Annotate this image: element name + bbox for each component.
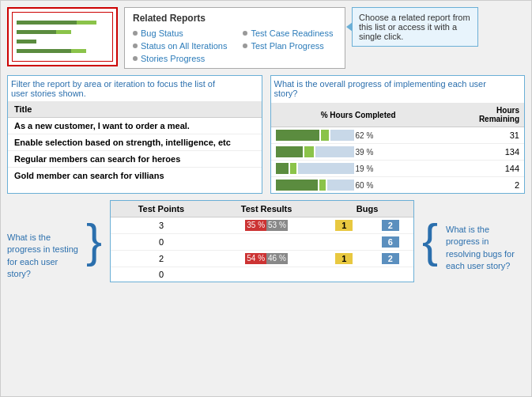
rr-col-1: Bug Status Status on All Iterations Stor… — [133, 28, 227, 63]
brace-left: } — [86, 217, 102, 265]
left-panel-callout: Filter the report by area or iteration t… — [8, 76, 229, 101]
bug-yellow-3: 1 — [335, 253, 353, 264]
rr-bullet-5 — [243, 43, 247, 48]
bug-blue-2: 6 — [382, 236, 399, 248]
pbar-gray-4 — [327, 180, 354, 191]
test-table: Test Points Test Results Bugs 3 35 %53 %… — [111, 201, 413, 282]
test-results-2 — [212, 234, 321, 251]
related-reports-callout: Choose a related report from this list o… — [352, 7, 478, 47]
stories-table: Title As a new customer, I want to order… — [8, 101, 262, 183]
pbar-green-4 — [276, 180, 318, 191]
right-panel-callout: What is the overall progress of implemen… — [271, 76, 492, 103]
pbar-container-3: 19 % — [276, 163, 441, 174]
story-1: As a new customer, I want to order a mea… — [8, 118, 262, 134]
pbar-label-3: 19 % — [356, 164, 378, 173]
pbar-lime-4 — [319, 180, 326, 191]
right-panel: What is the overall progress of implemen… — [270, 75, 526, 194]
rr-columns: Bug Status Status on All Iterations Stor… — [133, 28, 337, 63]
progress-table: % Hours Completed Hours Remaining 62 % — [271, 103, 525, 193]
progress-header-hours: Hours Remaining — [446, 103, 524, 127]
test-bug-b2-2: 6 — [368, 234, 413, 251]
pbar-container-1: 62 % — [276, 130, 441, 141]
related-reports-title: Related Reports — [133, 13, 337, 24]
test-results-1: 35 %53 % — [212, 217, 321, 234]
bug-blue-3: 2 — [382, 253, 399, 264]
pbar-gray-2 — [315, 146, 354, 157]
rr-case-readiness[interactable]: Test Case Readiness — [243, 28, 333, 38]
pbar-gray-3 — [298, 163, 354, 174]
test-points-1: 3 — [111, 217, 212, 234]
story-3: Regular members can search for heroes — [8, 151, 262, 168]
test-bug-b1-4 — [321, 267, 367, 282]
test-results-4 — [212, 267, 321, 282]
test-bug-b1-3: 1 — [321, 251, 367, 267]
pbar-green-1 — [276, 130, 319, 141]
test-col-points: Test Points — [111, 201, 212, 217]
pbar-label-1: 62 % — [356, 131, 378, 140]
bug-blue-1: 2 — [382, 220, 399, 231]
pbar-lime-2 — [304, 146, 314, 157]
table-row: 19 % 144 — [271, 161, 525, 177]
bottom-section: What is the progress in testing for each… — [1, 197, 531, 285]
left-panel: Filter the report by area or iteration t… — [7, 75, 262, 194]
table-row: 0 6 — [111, 234, 413, 251]
test-bar-gray-1: 53 % — [266, 220, 288, 231]
progress-bar-2: 39 % — [271, 144, 446, 161]
pbar-container-4: 60 % — [276, 180, 441, 191]
pbar-container-2: 39 % — [276, 146, 441, 157]
brace-right: { — [422, 217, 438, 265]
table-row: 39 % 134 — [271, 144, 525, 161]
table-row: Enable selection based on strength, inte… — [8, 134, 262, 151]
hours-1: 31 — [446, 127, 524, 144]
test-points-3: 2 — [111, 251, 212, 267]
pbar-lime-1 — [321, 130, 329, 141]
test-table-container: Test Points Test Results Bugs 3 35 %53 %… — [110, 200, 414, 282]
test-col-bugs: Bugs — [321, 201, 413, 217]
hours-2: 134 — [446, 144, 524, 161]
rr-stories-progress[interactable]: Stories Progress — [133, 54, 227, 63]
test-bug-b2-1: 2 — [368, 217, 413, 234]
pbar-lime-3 — [290, 163, 296, 174]
rr-plan-progress[interactable]: Test Plan Progress — [243, 41, 333, 51]
progress-header-pct: % Hours Completed — [271, 103, 446, 127]
related-reports-box: Related Reports Bug Status Status on All… — [124, 7, 345, 69]
progress-bar-4: 60 % — [271, 177, 446, 194]
main-container: Related Reports Bug Status Status on All… — [0, 0, 532, 397]
test-bug-b2-4 — [368, 267, 413, 282]
pbar-green-2 — [276, 146, 303, 157]
table-row: 60 % 2 — [271, 177, 525, 194]
middle-section: Filter the report by area or iteration t… — [1, 72, 531, 197]
thumb-inner — [12, 12, 113, 62]
hours-4: 2 — [446, 177, 524, 194]
report-thumbnail — [7, 7, 118, 66]
hours-3: 144 — [446, 161, 524, 177]
test-bug-b1-2 — [321, 234, 367, 251]
rr-bug-status[interactable]: Bug Status — [133, 28, 227, 38]
test-results-3: 54 %46 % — [212, 251, 321, 267]
rr-status-iterations[interactable]: Status on All Iterations — [133, 41, 227, 51]
rr-bullet-1 — [133, 31, 138, 36]
progress-bar-1: 62 % — [271, 127, 446, 144]
table-row: 62 % 31 — [271, 127, 525, 144]
table-row: Gold member can search for villians — [8, 168, 262, 184]
bug-yellow-1: 1 — [335, 220, 353, 231]
table-row: 0 — [111, 267, 413, 282]
table-row: As a new customer, I want to order a mea… — [8, 118, 262, 134]
callout-arrow — [346, 22, 353, 32]
test-bar-red-1: 35 % — [245, 220, 266, 231]
table-row: 2 54 %46 % 1 2 — [111, 251, 413, 267]
bottom-right-callout: What is the progress in resolving bugs f… — [446, 200, 525, 273]
test-points-4: 0 — [111, 267, 212, 282]
rr-col-2: Test Case Readiness Test Plan Progress — [243, 28, 333, 63]
table-row: Regular members can search for heroes — [8, 151, 262, 168]
bottom-left-callout: What is the progress in testing for each… — [7, 200, 78, 281]
pbar-label-2: 39 % — [356, 148, 378, 157]
test-bug-b1-1: 1 — [321, 217, 367, 234]
rr-bullet-2 — [133, 43, 138, 48]
story-2: Enable selection based on strength, inte… — [8, 134, 262, 151]
pbar-green-3 — [276, 163, 289, 174]
story-4: Gold member can search for villians — [8, 168, 262, 184]
stories-header: Title — [8, 101, 262, 118]
test-col-results: Test Results — [212, 201, 321, 217]
pbar-label-4: 60 % — [356, 181, 378, 190]
